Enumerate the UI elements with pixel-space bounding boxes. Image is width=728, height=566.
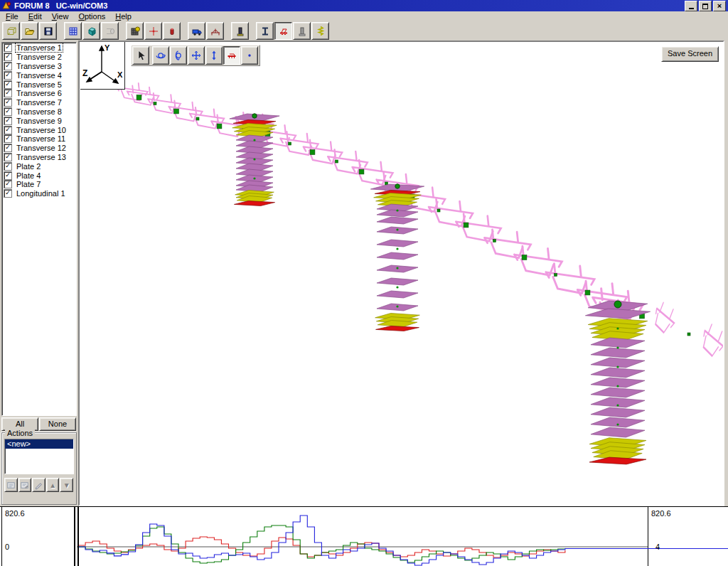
model-canvas[interactable] [80,42,724,505]
mesh-generate-button[interactable] [126,22,144,40]
layer-row-plate-2[interactable]: ✓Plate 2 [2,161,76,171]
pier-model-button[interactable] [231,22,249,40]
layer-row-transverse-11[interactable]: ✓Transverse 11 [2,134,76,144]
layer-row-transverse-12[interactable]: ✓Transverse 12 [2,144,76,153]
point-size-button[interactable] [241,46,258,65]
select-cursor-button[interactable] [132,46,149,65]
checkbox-icon[interactable]: ✓ [4,89,12,97]
actions-list[interactable]: <new> [4,439,74,474]
layer-label: Transverse 4 [16,71,63,80]
checkbox-icon[interactable]: ✓ [4,189,12,198]
new-model-button[interactable] [2,22,20,40]
menu-file[interactable]: File [1,11,23,21]
layer-row-transverse-1[interactable]: ✓Transverse 1 [2,43,76,53]
ibeam-section-button[interactable] [256,22,274,40]
pan-view-icon [191,50,202,61]
layer-row-transverse-9[interactable]: ✓Transverse 9 [2,116,76,125]
layer-label: Plate 4 [16,171,41,180]
minimize-button[interactable] [685,1,697,11]
action-rename-button[interactable] [32,478,46,492]
node-add-icon [148,26,159,37]
move-down-button[interactable]: ▼ [60,478,73,492]
rotate-axis-button[interactable] [170,46,187,65]
menu-options[interactable]: Options [74,11,109,21]
section-view-button[interactable] [101,22,119,40]
checkbox-icon[interactable]: ✓ [4,62,12,70]
pier [370,184,424,331]
node-add-button[interactable] [144,22,162,40]
checkbox-icon[interactable]: ✓ [4,107,12,116]
pier-view-button[interactable] [293,22,311,40]
layer-row-plate-7[interactable]: ✓Plate 7 [2,180,76,189]
action-edit-icon [19,480,30,491]
none-button[interactable]: None [39,417,76,431]
result-check-button[interactable] [274,22,292,40]
main-toolbar [0,21,728,41]
checkbox-icon[interactable]: ✓ [4,80,12,89]
spring-support-button[interactable] [311,22,329,40]
model-viewport[interactable]: Y X Z Save Screen [78,41,724,506]
open-file-button[interactable] [21,22,38,40]
layer-label: Transverse 10 [16,126,67,134]
checkbox-icon[interactable]: ✓ [4,134,12,143]
layer-list[interactable]: ✓Transverse 1✓Transverse 2✓Transverse 3✓… [1,42,77,416]
result-display-button[interactable] [223,46,240,65]
menu-view[interactable]: View [48,11,73,21]
restore-button[interactable] [699,1,712,11]
layer-row-transverse-3[interactable]: ✓Transverse 3 [2,62,76,71]
layer-label: Transverse 12 [16,144,67,152]
layer-label: Longitudinal 1 [16,189,66,198]
layer-row-transverse-6[interactable]: ✓Transverse 6 [2,89,76,98]
layer-label: Transverse 9 [16,117,63,125]
checkbox-icon[interactable]: ✓ [4,153,12,161]
view-3d-button[interactable] [82,22,100,40]
vehicle-load-button[interactable] [188,22,205,40]
layer-row-transverse-2[interactable]: ✓Transverse 2 [2,53,76,62]
girder-section [456,214,500,242]
close-button[interactable]: × [713,1,726,11]
checkbox-icon[interactable]: ✓ [4,43,12,52]
layer-row-transverse-8[interactable]: ✓Transverse 8 [2,107,76,117]
rotate-free-button[interactable] [152,46,169,65]
save-file-icon [43,26,54,37]
layer-row-plate-4[interactable]: ✓Plate 4 [2,171,76,180]
checkbox-icon[interactable]: ✓ [4,126,12,134]
bridge-profile-button[interactable] [206,22,224,40]
grid-view-button[interactable] [64,22,82,40]
svg-text:Y: Y [105,43,110,52]
action-item[interactable]: <new> [5,439,73,449]
member-add-button[interactable] [163,22,181,40]
save-file-button[interactable] [39,22,57,40]
node-dot [154,102,156,105]
zoom-vertical-button[interactable] [205,46,223,65]
checkbox-icon[interactable]: ✓ [4,98,12,107]
checkbox-icon[interactable]: ✓ [4,180,12,188]
title-bar[interactable]: FORUM 8 UC-win/COM3 × [0,0,728,11]
layer-row-transverse-13[interactable]: ✓Transverse 13 [2,153,76,162]
menu-help[interactable]: Help [111,11,136,21]
layer-row-transverse-5[interactable]: ✓Transverse 5 [2,80,76,89]
checkbox-icon[interactable]: ✓ [4,71,12,80]
checkbox-icon[interactable]: ✓ [4,117,12,125]
checkbox-icon[interactable]: ✓ [4,162,12,171]
pan-view-button[interactable] [188,46,205,65]
save-screen-button[interactable]: Save Screen [661,46,719,62]
view-3d-icon [86,26,97,37]
rotate-axis-icon [173,50,184,61]
move-up-button[interactable]: ▲ [46,478,60,492]
checkbox-icon[interactable]: ✓ [4,53,12,61]
actions-title: Actions [5,429,35,437]
action-edit-button[interactable] [18,478,32,492]
vehicle-load-icon [191,26,203,37]
checkbox-icon[interactable]: ✓ [4,144,12,152]
node-dot [359,169,364,174]
menu-edit[interactable]: Edit [24,11,46,21]
layer-row-transverse-10[interactable]: ✓Transverse 10 [2,125,76,134]
layer-row-transverse-7[interactable]: ✓Transverse 7 [2,98,76,107]
layer-row-transverse-4[interactable]: ✓Transverse 4 [2,70,76,80]
pier-view-icon [296,26,308,37]
checkbox-icon[interactable]: ✓ [4,171,12,180]
toolbar-group [64,22,119,40]
layer-row-longitudinal-1[interactable]: ✓Longitudinal 1 [2,189,76,198]
action-report-button[interactable] [4,478,18,492]
